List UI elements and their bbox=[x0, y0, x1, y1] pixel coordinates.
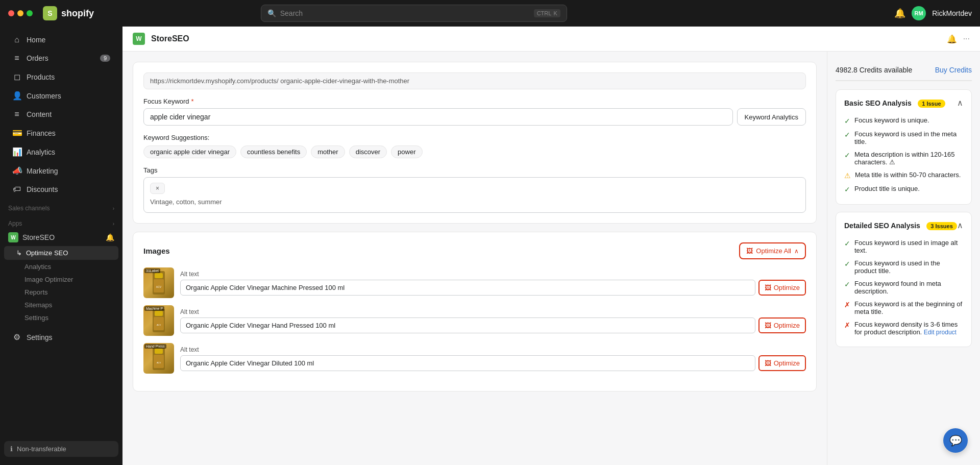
reports-label: Reports bbox=[24, 288, 48, 296]
traffic-light-green[interactable] bbox=[27, 10, 33, 16]
suggestion-tag-2[interactable]: mother bbox=[311, 145, 345, 158]
sidebar-label-finances: Finances bbox=[27, 129, 56, 137]
svg-rect-5 bbox=[155, 311, 163, 316]
basic-seo-badge: 1 Issue bbox=[918, 100, 945, 108]
discounts-icon: 🏷 bbox=[12, 185, 21, 194]
storeseo-logo: W bbox=[8, 232, 18, 242]
sidebar-item-marketing[interactable]: 📣 Marketing bbox=[4, 162, 118, 180]
settings-sub-label: Settings bbox=[24, 314, 48, 322]
alt-row-0: 🖼 Optimize bbox=[180, 280, 806, 296]
suggestion-tag-1[interactable]: countless benefits bbox=[240, 145, 307, 158]
thumb-label-1: Machine P bbox=[144, 306, 164, 311]
sidebar-item-content[interactable]: ≡ Content bbox=[4, 106, 118, 123]
optimize-button-2[interactable]: 🖼 Optimize bbox=[758, 355, 806, 371]
sidebar-item-settings[interactable]: ⚙ Settings bbox=[4, 328, 118, 346]
basic-seo-toggle[interactable]: ∧ bbox=[957, 98, 963, 108]
detailed-seo-item-2: ✓ Focus keyword found in meta descriptio… bbox=[844, 277, 963, 298]
images-title: Images bbox=[143, 247, 170, 255]
sidebar-subitem-settings[interactable]: Settings bbox=[0, 311, 122, 324]
header-bell-icon[interactable]: 🔔 bbox=[947, 34, 957, 44]
alt-input-2[interactable] bbox=[180, 355, 755, 371]
chat-button[interactable]: 💬 bbox=[943, 428, 968, 453]
optimize-button-1[interactable]: 🖼 Optimize bbox=[758, 317, 806, 333]
check-icon-1: ✓ bbox=[844, 131, 850, 139]
sidebar-label-orders: Orders bbox=[27, 54, 48, 62]
storeseo-bell-icon[interactable]: 🔔 bbox=[106, 233, 114, 241]
main-form-card: https://rickmortdev.myshopify.com/produc… bbox=[133, 62, 817, 224]
analytics-sub-label: Analytics bbox=[24, 263, 51, 271]
detailed-seo-item-3: ✗ Focus keyword is at the beginning of m… bbox=[844, 298, 963, 318]
alt-input-1[interactable] bbox=[180, 317, 755, 333]
sidebar-subitem-analytics[interactable]: Analytics bbox=[0, 260, 122, 273]
alt-input-0[interactable] bbox=[180, 280, 755, 296]
sidebar-subitem-image-optimizer[interactable]: Image Optimizer bbox=[0, 273, 122, 286]
sidebar-subitem-sitemaps[interactable]: Sitemaps bbox=[0, 299, 122, 311]
main-layout: ⌂ Home ≡ Orders 9 ◻ Products 👤 Customers… bbox=[0, 27, 980, 465]
optimize-label-1: Optimize bbox=[774, 322, 800, 329]
focus-keyword-input[interactable] bbox=[143, 108, 733, 126]
thumb-label-2: Hand Press bbox=[144, 344, 166, 349]
buy-credits-button[interactable]: Buy Credits bbox=[935, 66, 972, 74]
sidebar-item-orders[interactable]: ≡ Orders 9 bbox=[4, 50, 118, 67]
sidebar-item-analytics[interactable]: 📊 Analytics bbox=[4, 143, 118, 161]
optimize-button-0[interactable]: 🖼 Optimize bbox=[758, 280, 806, 296]
traffic-light-red[interactable] bbox=[8, 10, 14, 16]
keyword-analytics-button[interactable]: Keyword Analytics bbox=[737, 108, 806, 126]
basic-seo-item-3: ⚠ Meta title is within 50-70 characters. bbox=[844, 168, 963, 182]
info-icon: ℹ bbox=[10, 445, 13, 453]
suggestion-tag-0[interactable]: organic apple cider vinegar bbox=[143, 145, 236, 158]
sidebar-item-finances[interactable]: 💳 Finances bbox=[4, 124, 118, 142]
tags-container[interactable]: × Vintage, cotton, summer bbox=[143, 177, 806, 213]
header-more-icon[interactable]: ··· bbox=[963, 34, 970, 43]
optimize-all-button[interactable]: 🖼 Optimize All ∧ bbox=[739, 242, 806, 259]
sidebar-item-storeseo[interactable]: W StoreSEO 🔔 bbox=[0, 229, 122, 246]
images-card: Images 🖼 Optimize All ∧ bbox=[133, 232, 817, 391]
sidebar-item-home[interactable]: ⌂ Home bbox=[4, 31, 118, 48]
sidebar-label-content: Content bbox=[27, 110, 52, 118]
optimize-label-0: Optimize bbox=[774, 284, 800, 291]
marketing-icon: 📣 bbox=[12, 166, 21, 176]
image-thumb-0: ACV 31Label bbox=[143, 267, 174, 298]
shopify-brand-name: shopify bbox=[61, 8, 94, 19]
sidebar-item-discounts[interactable]: 🏷 Discounts bbox=[4, 181, 118, 198]
sidebar-item-products[interactable]: ◻ Products bbox=[4, 68, 118, 86]
sidebar-label-home: Home bbox=[27, 36, 45, 44]
detailed-seo-item-4: ✗ Focus keyword density is 3-6 times for… bbox=[844, 318, 963, 338]
check-icon-d2: ✓ bbox=[844, 280, 850, 288]
apps-section-label: Apps › bbox=[0, 214, 122, 229]
suggestion-tag-3[interactable]: discover bbox=[349, 145, 387, 158]
edit-product-link[interactable]: Edit product bbox=[924, 329, 957, 336]
home-icon: ⌂ bbox=[12, 35, 21, 44]
svg-text:ACV: ACV bbox=[157, 361, 161, 364]
alt-text-group-0: Alt text 🖼 Optimize bbox=[180, 271, 806, 296]
check-icon-d1: ✓ bbox=[844, 260, 850, 268]
image-thumb-1: ACV Machine P bbox=[143, 305, 174, 336]
username: RickMortdev bbox=[932, 9, 972, 17]
content-area: W StoreSEO 🔔 ··· https://rickmortdev.mys… bbox=[122, 27, 980, 465]
sidebar-item-customers[interactable]: 👤 Customers bbox=[4, 87, 118, 105]
search-bar[interactable]: 🔍 Search CTRL K bbox=[261, 5, 567, 22]
sales-channels-section: Sales channels › bbox=[0, 199, 122, 214]
tags-label: Tags bbox=[143, 166, 806, 174]
traffic-lights bbox=[8, 10, 33, 16]
notification-bell-icon[interactable]: 🔔 bbox=[894, 8, 905, 19]
settings-icon: ⚙ bbox=[12, 332, 21, 342]
apps-chevron: › bbox=[113, 221, 114, 227]
products-icon: ◻ bbox=[12, 72, 21, 82]
optimize-icon-0: 🖼 bbox=[765, 284, 771, 291]
avatar: RM bbox=[912, 6, 926, 20]
detailed-seo-card: Detailed SEO Analysis 3 Issues ∧ ✓ Focus… bbox=[836, 212, 972, 347]
svg-rect-1 bbox=[155, 273, 163, 278]
svg-text:ACV: ACV bbox=[156, 285, 162, 288]
tag-remove-icon[interactable]: × bbox=[156, 185, 159, 192]
traffic-light-yellow[interactable] bbox=[17, 10, 23, 16]
image-row-1: ACV Machine P Alt text 🖼 Opt bbox=[143, 305, 806, 336]
non-transferable-label: ℹ Non-transferable bbox=[4, 441, 118, 457]
sidebar-subitem-reports[interactable]: Reports bbox=[0, 286, 122, 299]
sidebar-subitem-optimize-seo[interactable]: ↳ Optimize SEO bbox=[4, 246, 118, 260]
detailed-seo-toggle[interactable]: ∧ bbox=[957, 221, 963, 230]
suggestion-tag-4[interactable]: power bbox=[391, 145, 422, 158]
sidebar-bottom: ℹ Non-transferable bbox=[0, 437, 122, 461]
detailed-seo-badge: 3 Issues bbox=[926, 222, 957, 230]
detailed-seo-header: Detailed SEO Analysis 3 Issues ∧ bbox=[844, 221, 963, 230]
